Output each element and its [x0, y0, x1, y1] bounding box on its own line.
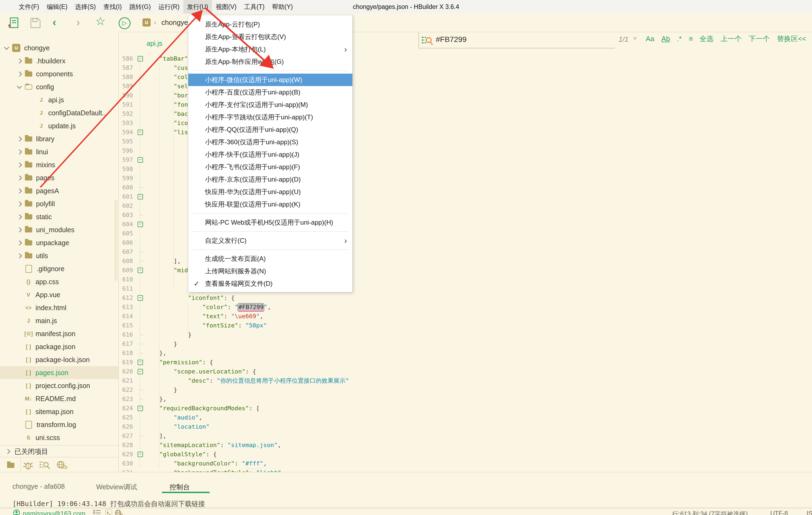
menubar-item[interactable]: 跳转(G)	[125, 0, 154, 13]
tree-item-index.html[interactable]: <>index.html	[0, 301, 118, 314]
publish-menu-item[interactable]: 小程序-微信(仅适用于uni-app)(W)	[188, 73, 352, 86]
code-line[interactable]: 612− "iconfont": {	[118, 293, 812, 303]
chevron-right-icon[interactable]	[17, 149, 22, 154]
code-line[interactable]: 624− "requiredBackgroundModes": [	[118, 404, 812, 413]
chevron-down-icon[interactable]	[17, 84, 22, 89]
fold-collapse-icon[interactable]: −	[138, 194, 143, 200]
publish-menu-item[interactable]: 上传网站到服务器(N)	[188, 265, 352, 277]
tree-item-chongye[interactable]: uchongye	[0, 41, 118, 54]
fold-collapse-icon[interactable]: −	[138, 130, 143, 135]
publish-menu-item[interactable]: 小程序-支付宝(仅适用于uni-app)(M)	[188, 98, 352, 111]
tree-item-uni.scss[interactable]: Suni.scss	[0, 431, 118, 444]
publish-menu-item[interactable]: 原生App-制作应用wgt包(G)	[188, 56, 352, 68]
chevron-right-icon[interactable]	[17, 253, 22, 258]
publish-menu-item[interactable]: 小程序-飞书(仅适用于uni-app)(F)	[188, 161, 352, 173]
editor-tab-apijs[interactable]: api.js	[147, 39, 162, 48]
chevron-right-icon[interactable]	[17, 188, 22, 193]
publish-menu-item[interactable]: 小程序-百度(仅适用于uni-app)(B)	[188, 86, 352, 98]
chevron-right-icon[interactable]	[17, 137, 22, 141]
tree-item-pagesA[interactable]: pagesA	[0, 184, 118, 197]
console-tab-1[interactable]: Webview调试	[96, 483, 137, 491]
terminal-icon[interactable]	[105, 509, 112, 515]
tree-item-config[interactable]: config	[0, 80, 118, 93]
menubar-item[interactable]: 文件(F)	[15, 0, 43, 13]
fold-collapse-icon[interactable]: −	[138, 452, 143, 457]
code-line[interactable]: 631 "backgroundTextStyle": "light"	[118, 468, 812, 472]
publish-menu-item[interactable]: 小程序-360(仅适用于uni-app)(S)	[188, 136, 352, 148]
code-line[interactable]: 629− "globalStyle": {	[118, 450, 812, 459]
sidebar-scrollbar[interactable]	[114, 200, 118, 281]
tree-item-configDataDefault...[interactable]: JconfigDataDefault...	[0, 107, 118, 119]
code-line[interactable]: 615 "fontSize": "50px"	[118, 321, 812, 330]
outline-list-icon[interactable]	[93, 510, 101, 515]
uniapp-project-icon[interactable]: u	[142, 19, 151, 27]
tree-item-project.config.json[interactable]: [ ]project.config.json	[0, 379, 118, 392]
publish-menu-item[interactable]: 小程序-字节跳动(仅适用于uni-app)(T)	[188, 111, 352, 123]
fold-collapse-icon[interactable]: −	[138, 56, 143, 61]
code-line[interactable]: 627 ],	[118, 431, 812, 441]
new-file-icon[interactable]	[8, 17, 19, 29]
menubar-item[interactable]: 帮助(Y)	[268, 0, 297, 13]
code-line[interactable]: 614 "text": "\ue669",	[118, 312, 812, 321]
chevron-right-icon[interactable]	[17, 201, 22, 206]
tree-item-README.md[interactable]: M↓README.md	[0, 392, 118, 405]
encoding2-label[interactable]: ISO	[807, 510, 812, 515]
code-line[interactable]: 619− "permission": {	[118, 358, 812, 367]
globe-cloud-icon[interactable]	[56, 461, 67, 470]
tree-item-App.vue[interactable]: VApp.vue	[0, 288, 118, 301]
fold-collapse-icon[interactable]: −	[138, 268, 143, 273]
console-tab-0[interactable]: chongye - afa608	[12, 483, 65, 490]
tree-item-library[interactable]: library	[0, 132, 118, 145]
search-in-files-icon[interactable]	[39, 461, 50, 470]
favorite-icon[interactable]: ☆	[95, 16, 106, 27]
fold-collapse-icon[interactable]: −	[138, 222, 143, 227]
tree-item-unpackage[interactable]: unpackage	[0, 236, 118, 249]
account-person-icon[interactable]	[13, 509, 20, 515]
chevron-right-icon[interactable]	[17, 71, 22, 76]
chevron-right-icon[interactable]	[17, 162, 22, 167]
chevron-right-icon[interactable]	[17, 227, 22, 232]
code-line[interactable]: 616 }	[118, 330, 812, 339]
menubar-item[interactable]: 查找(I)	[100, 0, 126, 13]
chevron-right-icon[interactable]	[17, 175, 22, 180]
tree-item-pages[interactable]: pages	[0, 171, 118, 184]
tree-item-.hbuilderx[interactable]: .hbuilderx	[0, 54, 118, 67]
code-line[interactable]: 625 "audio",	[118, 413, 812, 422]
tree-item-mixins[interactable]: mixins	[0, 158, 118, 171]
chevron-right-icon[interactable]	[17, 58, 22, 63]
chevron-right-icon[interactable]	[17, 240, 22, 245]
code-line[interactable]: 630 "backgroundColor": "#fff",	[118, 459, 812, 468]
tree-item-utils[interactable]: utils	[0, 249, 118, 262]
publish-menu-item[interactable]: 快应用-联盟(仅适用于uni-app)(K)	[188, 198, 352, 211]
chevron-down-icon[interactable]	[4, 44, 9, 50]
publish-menu-item[interactable]: 网站-PC Web或手机H5(仅适用于uni-app)(H)	[188, 216, 352, 229]
publish-menu-item[interactable]: 生成统一发布页面(A)	[188, 252, 352, 265]
globe-sync-icon[interactable]	[115, 509, 123, 515]
tree-item-api.js[interactable]: Japi.js	[0, 93, 118, 107]
publish-menu-item[interactable]: 原生App-查看云打包状态(V)	[188, 31, 352, 43]
tree-item-app.css[interactable]: {}app.css	[0, 275, 118, 288]
tab-files-active[interactable]	[2, 457, 21, 472]
code-line[interactable]: 621 "desc": "你的位置信息将用于小程序位置接口的效果展示"	[118, 376, 812, 385]
menubar-item[interactable]: 运行(R)	[155, 0, 183, 13]
fold-collapse-icon[interactable]: −	[138, 295, 143, 301]
closed-projects-row[interactable]: 已关闭项目	[0, 445, 118, 457]
console-tab-2[interactable]: 控制台	[170, 483, 190, 491]
code-line[interactable]: 626 "location"	[118, 422, 812, 431]
publish-menu-item[interactable]: 原生App-本地打包(L)›	[188, 43, 352, 56]
tree-item-uni_modules[interactable]: uni_modules	[0, 223, 118, 236]
fold-collapse-icon[interactable]: −	[138, 360, 143, 365]
tree-item-transform.log[interactable]: transform.log	[0, 418, 118, 431]
menubar-item[interactable]: 编辑(E)	[43, 0, 71, 13]
tree-item-components[interactable]: components	[0, 67, 118, 80]
menubar-item[interactable]: 发行(U)	[183, 0, 212, 13]
tree-item-package.json[interactable]: [ ]package.json	[0, 340, 118, 353]
code-line[interactable]: 620− "scope.userLocation": {	[118, 367, 812, 376]
code-line[interactable]: 623 },	[118, 395, 812, 404]
tree-item-pages.json[interactable]: [ ]pages.json	[0, 366, 118, 379]
chevron-right-icon[interactable]	[17, 214, 22, 219]
encoding-label[interactable]: UTF-8	[770, 510, 788, 515]
code-line[interactable]: 613 "color": "#FB7299",	[118, 303, 812, 312]
publish-menu-item[interactable]: ✓查看服务端网页文件(D)	[188, 277, 352, 290]
tree-item-main.js[interactable]: Jmain.js	[0, 314, 118, 327]
